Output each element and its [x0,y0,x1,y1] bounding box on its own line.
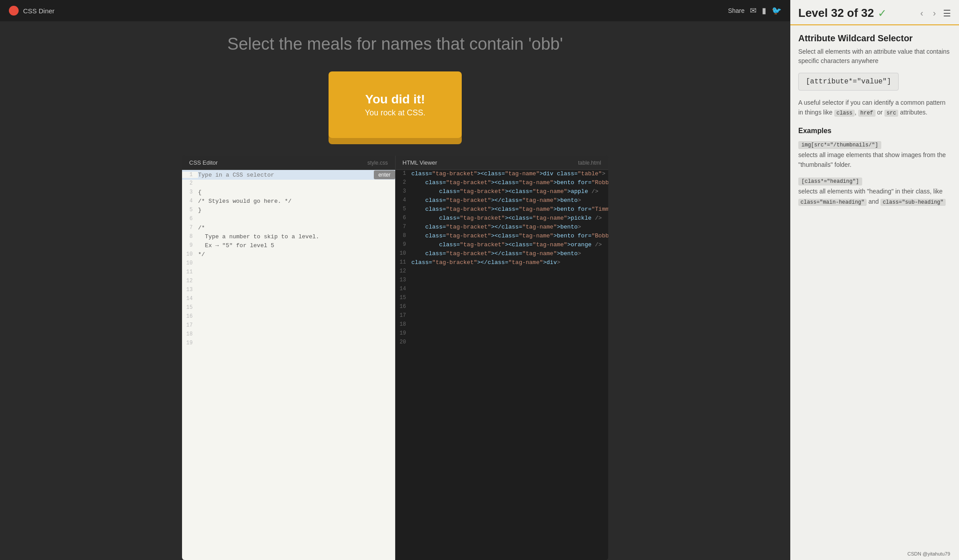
css-line-12: 12 [182,277,395,286]
watermark: CSDN @yitahutu79 [907,551,950,556]
html-viewer-tab: HTML Viewer table.html [396,156,609,170]
line-num-10: 10 [182,251,198,259]
example-1-block: img[src*="/thumbnails/"] selects all ima… [798,140,951,170]
success-sub-text: You rock at CSS. [365,108,425,118]
html-line-num-12: 12 [396,268,412,276]
line-num-8: 8 [182,233,198,241]
selector-title: Attribute Wildcard Selector [798,33,951,43]
html-line-content-7: class="tag-bracket"></class="tag-name">b… [412,224,609,232]
challenge-title: Select the meals for names that contain … [210,35,581,54]
css-line-content-2 [198,180,395,188]
html-line-8: 8 class="tag-bracket"><class="tag-name">… [396,232,609,241]
line-num-11: 11 [182,269,198,277]
html-line-13: 13 [396,276,609,285]
html-line-content-9: class="tag-bracket"><class="tag-name">or… [412,241,609,249]
css-editor-pane[interactable]: 1 enter 23{4/* Styles would go here. */5… [182,170,396,560]
css-line-content-4: /* Styles would go here. */ [198,198,395,206]
line-num-5: 5 [182,207,198,215]
css-line-14: 14 [182,295,395,304]
next-level-button[interactable]: › [930,7,939,19]
left-panel: CSS Diner Share ✉ ▮ 🐦 Select the meals f… [0,0,790,560]
prev-level-button[interactable]: ‹ [918,7,926,19]
html-tab-filename: table.html [578,160,601,166]
html-line-num-7: 7 [396,224,412,232]
code-class: class [834,110,855,117]
html-line-3: 3 class="tag-bracket"><class="tag-name">… [396,188,609,197]
logo-text: CSS Diner [23,7,55,15]
html-line-num-15: 15 [396,295,412,303]
css-line-8: 8 Type a number to skip to a level. [182,233,395,242]
line-num-3: 3 [182,189,198,197]
html-line-num-4: 4 [396,197,412,205]
html-line-14: 14 [396,285,609,294]
success-main-text: You did it! [365,92,425,106]
right-panel: Level 32 of 32 ✓ ‹ › ☰ Attribute Wildcar… [790,0,959,560]
code-href: href [858,110,876,117]
css-line-11: 11 [182,268,395,277]
html-line-5: 5 class="tag-bracket"><class="tag-name">… [396,205,609,214]
html-line-content-1: class="tag-bracket"><class="tag-name">di… [412,170,609,178]
html-line-num-8: 8 [396,233,412,241]
html-line-num-11: 11 [396,259,412,267]
logo-area: CSS Diner [9,6,55,16]
line-num-12: 12 [182,278,198,286]
css-empty-lines: 10111213141516171819 [182,260,395,348]
css-line-content-5: } [198,207,395,215]
enter-button[interactable]: enter [374,170,395,179]
css-tab-label: CSS Editor [189,159,218,166]
html-line-17: 17 [396,312,609,321]
email-icon[interactable]: ✉ [750,6,757,16]
html-line-11: 11class="tag-bracket"></class="tag-name"… [396,259,609,268]
css-selector-input[interactable] [198,172,374,178]
level-info: Level 32 of 32 ✓ [798,6,887,20]
html-line-num-3: 3 [396,188,412,196]
line-num-4: 4 [182,198,198,206]
css-tab-filename: style.css [367,160,388,166]
html-line-content-5: class="tag-bracket"><class="tag-name">be… [412,206,609,214]
html-line-content-6: class="tag-bracket"><class="tag-name">pi… [412,215,609,223]
line-num-18: 18 [182,331,198,339]
css-line-5: 5} [182,206,395,215]
html-line-num-2: 2 [396,179,412,187]
html-line-20: 20 [396,339,609,347]
line-num-14: 14 [182,296,198,304]
html-line-num-14: 14 [396,286,412,294]
menu-icon[interactable]: ☰ [943,8,951,19]
main-content: Select the meals for names that contain … [0,21,790,560]
line-num-7: 7 [182,225,198,233]
html-line-num-1: 1 [396,170,412,178]
line-num-9: 9 [182,242,198,250]
line-num-19: 19 [182,340,198,348]
examples-title: Examples [798,127,951,135]
css-code-lines: 23{4/* Styles would go here. */5}67/*8 T… [182,180,395,260]
css-line-19: 19 [182,339,395,348]
html-line-num-13: 13 [396,277,412,285]
css-input-line[interactable]: 1 enter [182,170,395,180]
css-line-17: 17 [182,322,395,331]
line-num-16: 16 [182,313,198,321]
example-1-code: img[src*="/thumbnails/"] [798,141,881,149]
html-line-18: 18 [396,321,609,330]
code-src: src [884,110,899,117]
css-editor-tab: CSS Editor style.css [182,156,396,170]
twitter-icon[interactable]: 🐦 [772,6,781,16]
level-text: Level 32 of 32 [798,6,874,20]
check-icon: ✓ [878,7,887,20]
html-line-4: 4 class="tag-bracket"></class="tag-name"… [396,197,609,205]
selector-desc: Select all elements with an attribute va… [798,47,951,66]
html-line-num-17: 17 [396,312,412,320]
html-line-10: 10 class="tag-bracket"></class="tag-name… [396,250,609,259]
html-line-num-16: 16 [396,304,412,312]
html-tab-label: HTML Viewer [403,159,437,166]
facebook-icon[interactable]: ▮ [762,6,766,16]
right-content: Attribute Wildcard Selector Select all e… [790,25,959,560]
html-line-12: 12 [396,268,609,276]
bento-scene: You did it! You rock at CSS. [329,71,462,138]
html-line-num-5: 5 [396,206,412,214]
css-line-content-9: Ex → "5" for level 5 [198,242,395,250]
bento-box: You did it! You rock at CSS. [329,71,462,138]
html-line-19: 19 [396,330,609,339]
css-line-15: 15 [182,304,395,313]
css-line-7: 7/* [182,224,395,233]
editor-tabs: CSS Editor style.css HTML Viewer table.h… [182,156,608,170]
